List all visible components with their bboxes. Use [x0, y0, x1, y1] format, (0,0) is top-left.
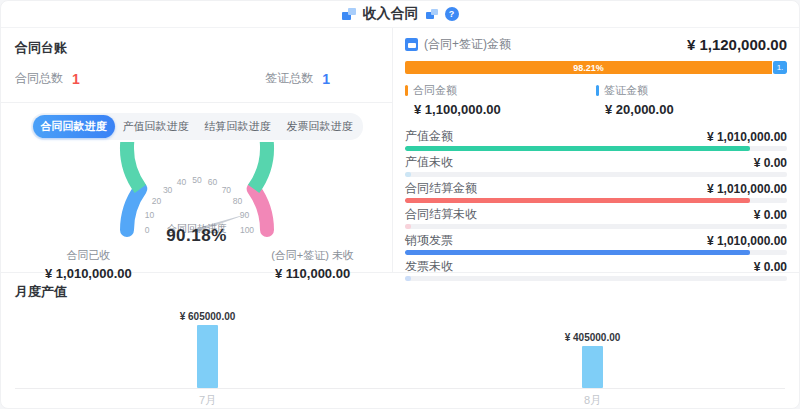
- amount-row-track: [405, 172, 787, 177]
- tab-4[interactable]: 发票回款进度: [279, 115, 361, 138]
- income-contract-dashboard: 收入合同 ? 合同台账 合同总数 1 签证总数 1 合同回款: [0, 0, 800, 409]
- contract-total-value: 1: [72, 71, 80, 87]
- bar-value-label: ¥ 405000.00: [565, 332, 621, 343]
- main-area: 合同台账 合同总数 1 签证总数 1 合同回款进度产值回款进度结算回款进度发票回…: [1, 28, 799, 273]
- unreceived-value: ¥ 110,000.00: [271, 266, 354, 281]
- panel-card-icon: [405, 38, 418, 51]
- amount-row-label: 合同结算金额: [405, 180, 477, 197]
- contract-bar-segment[interactable]: 98.21%: [405, 61, 772, 74]
- amount-row-track: [405, 276, 787, 281]
- visa-legend-label: 签证金额: [604, 83, 648, 98]
- unreceived: (合同+签证) 未收 ¥ 110,000.00: [271, 248, 354, 281]
- amount-row-track: [405, 146, 787, 151]
- ledger-title: 合同台账: [15, 39, 378, 57]
- contract-legend-value: ¥ 1,100,000.00: [414, 102, 596, 117]
- tab-3[interactable]: 结算回款进度: [197, 115, 279, 138]
- page-title: 收入合同: [363, 5, 419, 23]
- amount-row-fill: [405, 198, 750, 203]
- amount-row-fill: [405, 146, 750, 151]
- contract-received-value: ¥ 1,010,000.00: [45, 266, 132, 281]
- contract-received: 合同已收 ¥ 1,010,000.00: [45, 248, 132, 281]
- amount-row-track: [405, 224, 787, 229]
- visa-total: 签证总数 1: [265, 70, 330, 87]
- tab-1[interactable]: 合同回款进度: [33, 115, 115, 138]
- total-amount-label: (合同+签证)金额: [424, 36, 511, 53]
- amount-row: 合同结算未收¥ 0.00: [405, 207, 787, 229]
- amount-row-value: ¥ 1,010,000.00: [707, 182, 787, 196]
- bar-column: ¥ 605000.00: [15, 311, 400, 388]
- total-amount-row: (合同+签证)金额 ¥ 1,120,000.00: [405, 36, 787, 53]
- amount-row-value: ¥ 1,010,000.00: [707, 130, 787, 144]
- amount-row-label: 销项发票: [405, 232, 453, 249]
- received-row: 合同已收 ¥ 1,010,000.00 (合同+签证) 未收 ¥ 110,000…: [1, 246, 392, 281]
- monthly-bar-chart: ¥ 605000.00¥ 405000.00 7月8月: [15, 303, 785, 408]
- payment-progress-panel: 合同回款进度产值回款进度结算回款进度发票回款进度 010203040506070…: [1, 103, 392, 281]
- amount-row: 产值未收¥ 0.00: [405, 155, 787, 177]
- svg-text:40: 40: [176, 177, 186, 187]
- unreceived-label: (合同+签证) 未收: [271, 248, 354, 263]
- amount-row: 销项发票¥ 1,010,000.00: [405, 233, 787, 255]
- help-icon[interactable]: ?: [445, 7, 459, 21]
- x-axis-label: 7月: [15, 389, 400, 408]
- bar[interactable]: [582, 346, 603, 388]
- ledger-counts: 合同总数 1 签证总数 1: [15, 70, 378, 87]
- amount-row-track: [405, 198, 787, 203]
- bar[interactable]: [197, 325, 218, 388]
- window-squares-icon-right[interactable]: [426, 9, 438, 19]
- window-squares-icon-left[interactable]: [342, 8, 356, 20]
- stacked-bar-legend: 合同金额 ¥ 1,100,000.00 签证金额 ¥ 20,000.00: [405, 83, 787, 117]
- amount-row-label: 产值金额: [405, 128, 453, 145]
- contract-total-label: 合同总数: [15, 70, 63, 87]
- bar-column: ¥ 405000.00: [400, 332, 785, 388]
- svg-text:30: 30: [162, 185, 172, 195]
- bar-value-label: ¥ 605000.00: [180, 311, 236, 322]
- amount-row: 发票未收¥ 0.00: [405, 259, 787, 281]
- svg-text:100: 100: [239, 225, 253, 235]
- bar-columns: ¥ 605000.00¥ 405000.00: [15, 303, 785, 389]
- amount-row-label: 发票未收: [405, 258, 453, 275]
- contract-legend-mark: [405, 85, 408, 96]
- svg-text:60: 60: [207, 177, 217, 187]
- visa-total-value: 1: [322, 71, 330, 87]
- svg-text:10: 10: [144, 210, 154, 220]
- gauge-value: 90.18%: [1, 226, 392, 246]
- visa-legend-value: ¥ 20,000.00: [605, 102, 787, 117]
- bar-xlabels: 7月8月: [15, 389, 785, 408]
- amount-row-label: 合同结算未收: [405, 206, 477, 223]
- amount-row-fill: [405, 224, 411, 229]
- svg-text:20: 20: [151, 196, 161, 206]
- visa-bar-segment[interactable]: 1.: [773, 61, 787, 74]
- amount-row: 合同结算金额¥ 1,010,000.00: [405, 181, 787, 203]
- svg-text:90: 90: [239, 210, 249, 220]
- amount-row-value: ¥ 0.00: [754, 208, 787, 222]
- amount-row-fill: [405, 172, 411, 177]
- contract-ledger-panel: 合同台账 合同总数 1 签证总数 1: [1, 28, 392, 103]
- legend-visa: 签证金额 ¥ 20,000.00: [596, 83, 787, 117]
- amount-rows: 产值金额¥ 1,010,000.00产值未收¥ 0.00合同结算金额¥ 1,01…: [405, 129, 787, 281]
- contract-visa-stacked-bar: 98.21% 1.: [405, 61, 787, 74]
- x-axis-label: 8月: [400, 389, 785, 408]
- legend-contract: 合同金额 ¥ 1,100,000.00: [405, 83, 596, 117]
- total-amount-value: ¥ 1,120,000.00: [687, 36, 787, 53]
- amount-row-track: [405, 250, 787, 255]
- visa-total-label: 签证总数: [265, 70, 313, 87]
- amount-row-value: ¥ 0.00: [754, 260, 787, 274]
- svg-text:0: 0: [144, 225, 149, 235]
- amount-row-label: 产值未收: [405, 154, 453, 171]
- progress-tabs: 合同回款进度产值回款进度结算回款进度发票回款进度: [31, 113, 363, 140]
- header: 收入合同 ?: [1, 1, 799, 28]
- visa-legend-mark: [596, 85, 599, 96]
- left-column: 合同台账 合同总数 1 签证总数 1 合同回款进度产值回款进度结算回款进度发票回…: [1, 28, 393, 272]
- tab-2[interactable]: 产值回款进度: [115, 115, 197, 138]
- svg-text:80: 80: [232, 196, 242, 206]
- contract-total: 合同总数 1: [15, 70, 80, 87]
- svg-text:50: 50: [192, 175, 202, 185]
- amount-row-value: ¥ 0.00: [754, 156, 787, 170]
- amount-row-fill: [405, 250, 750, 255]
- svg-text:70: 70: [221, 185, 231, 195]
- monthly-output-title: 月度产值: [15, 283, 785, 301]
- amount-row-value: ¥ 1,010,000.00: [707, 234, 787, 248]
- amounts-panel: (合同+签证)金额 ¥ 1,120,000.00 98.21% 1. 合同金额 …: [393, 28, 799, 272]
- amount-row: 产值金额¥ 1,010,000.00: [405, 129, 787, 151]
- contract-received-label: 合同已收: [45, 248, 132, 263]
